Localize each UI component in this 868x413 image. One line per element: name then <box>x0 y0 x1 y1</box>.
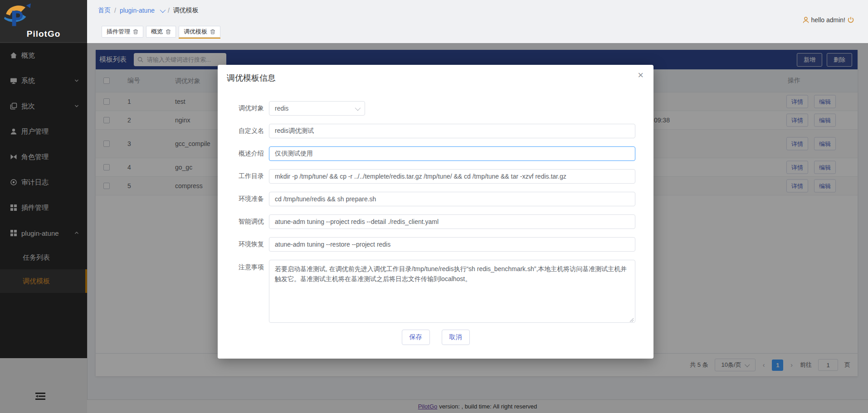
field-label: 调优对象 <box>218 104 264 112</box>
form-row-target: 调优对象 redis <box>218 101 653 116</box>
close-icon[interactable]: × <box>638 70 644 80</box>
form-row-tuning: 智能调优 <box>218 214 653 229</box>
tabs-bar: 插件管理 概览 调优模板 <box>102 26 220 38</box>
dialog-buttons: 保存 取消 <box>218 330 653 345</box>
trash-icon[interactable] <box>210 29 215 34</box>
env-prepare-input[interactable] <box>269 192 635 206</box>
description-input[interactable] <box>269 146 635 161</box>
tab-tuning-template[interactable]: 调优模板 <box>179 26 220 38</box>
smart-tuning-input[interactable] <box>269 214 635 229</box>
breadcrumb-separator: / <box>114 7 116 14</box>
chevron-down-icon <box>355 105 361 111</box>
form-row-name: 自定义名 <box>218 124 653 138</box>
tab-label: 插件管理 <box>107 28 130 36</box>
field-label: 自定义名 <box>218 127 264 135</box>
notes-textarea[interactable]: 若要启动基准测试, 在调优前先进入调优工作目录/tmp/tune/redis执行… <box>269 260 635 323</box>
user-greeting: hello admin! <box>811 16 846 24</box>
dialog-title: 调优模板信息 <box>227 73 276 83</box>
cancel-button[interactable]: 取消 <box>442 330 470 345</box>
field-label: 环境恢复 <box>218 240 264 248</box>
save-button[interactable]: 保存 <box>402 330 430 345</box>
top-header: 首页 / plugin-atune / 调优模板 hello admin! 插件… <box>87 0 868 43</box>
logo-block: PilotGo <box>0 0 87 43</box>
field-label: 概述介绍 <box>218 150 264 158</box>
notes-field: 若要启动基准测试, 在调优前先进入调优工作目录/tmp/tune/redis执行… <box>269 260 635 325</box>
custom-name-input[interactable] <box>269 124 635 138</box>
select-value: redis <box>275 105 288 112</box>
person-icon <box>802 16 809 24</box>
breadcrumb-plugin-atune[interactable]: plugin-atune <box>120 7 155 14</box>
chevron-down-icon[interactable] <box>160 7 166 13</box>
form-row-notes: 注意事项 若要启动基准测试, 在调优前先进入调优工作目录/tmp/tune/re… <box>218 260 653 325</box>
tab-overview[interactable]: 概览 <box>146 26 176 38</box>
form-row-description: 概述介绍 <box>218 146 653 161</box>
field-label: 注意事项 <box>218 263 264 272</box>
logo-text: PilotGo <box>0 29 87 39</box>
field-label: 环境准备 <box>218 195 264 203</box>
field-label: 工作目录 <box>218 172 264 180</box>
env-restore-input[interactable] <box>269 237 635 252</box>
breadcrumb-separator: / <box>168 7 170 14</box>
user-area: hello admin! <box>802 16 855 24</box>
tab-label: 调优模板 <box>184 28 207 36</box>
workdir-input[interactable] <box>269 169 635 184</box>
tuning-template-dialog: 调优模板信息 × 调优对象 redis 自定义名 概述介绍 工作目录 <box>218 65 653 359</box>
form-row-prepare: 环境准备 <box>218 192 653 206</box>
app-root: PilotGo 概览 系统 批次 用户管理 角色管理 <box>0 0 868 413</box>
tab-plugin-management[interactable]: 插件管理 <box>102 26 143 38</box>
trash-icon[interactable] <box>133 29 138 34</box>
dialog-form: 调优对象 redis 自定义名 概述介绍 工作目录 环境准备 <box>218 101 653 333</box>
pilotgo-logo-icon <box>0 3 34 28</box>
field-label: 智能调优 <box>218 218 264 226</box>
trash-icon[interactable] <box>166 29 171 34</box>
power-icon[interactable] <box>847 16 854 24</box>
tuning-target-select[interactable]: redis <box>269 101 365 116</box>
form-row-restore: 环境恢复 <box>218 237 653 252</box>
breadcrumb-current: 调优模板 <box>173 6 199 15</box>
form-row-workdir: 工作目录 <box>218 169 653 184</box>
breadcrumb-home[interactable]: 首页 <box>98 6 111 15</box>
breadcrumb: 首页 / plugin-atune / 调优模板 <box>98 6 199 15</box>
tab-label: 概览 <box>151 28 163 36</box>
